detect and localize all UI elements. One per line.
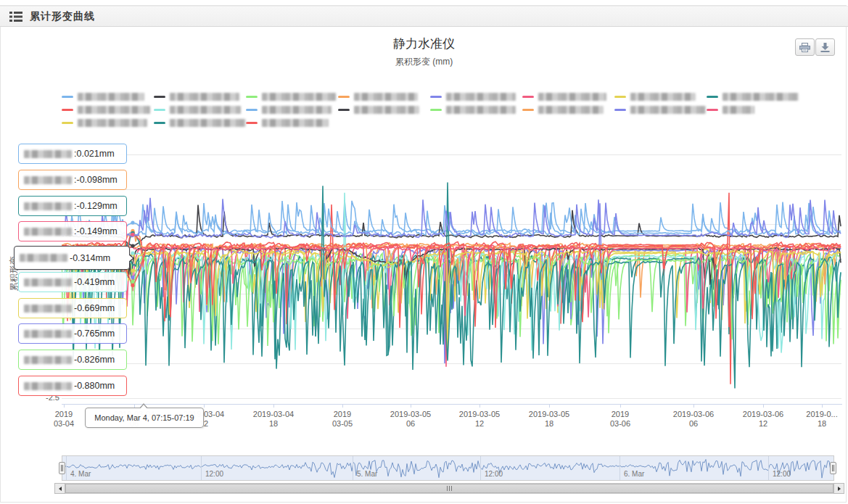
print-icon xyxy=(799,43,810,52)
scrollbar-thumb[interactable] xyxy=(65,484,833,493)
scrollbar-left-button[interactable] xyxy=(54,483,65,494)
legend-item[interactable] xyxy=(707,93,799,101)
legend-item[interactable] xyxy=(154,93,246,101)
header-bar: 累计形变曲线 xyxy=(0,6,848,27)
legend-series-dash-icon xyxy=(154,122,165,124)
series-name-censored xyxy=(24,305,72,313)
chart-title: 静力水准仪 xyxy=(0,36,848,52)
x-axis-tick xyxy=(549,404,550,408)
legend-item[interactable] xyxy=(62,106,154,114)
navigator-right-handle[interactable] xyxy=(830,462,836,474)
legend-series-label-censored xyxy=(170,93,239,101)
legend-series-label-censored xyxy=(354,106,419,114)
legend-series-dash-icon xyxy=(522,96,534,98)
legend-item[interactable] xyxy=(246,106,338,114)
navigator-axis-label: 4. Mar xyxy=(70,470,91,478)
legend-series-dash-icon xyxy=(707,96,718,98)
hover-point-marker xyxy=(131,220,134,224)
series-value: -0.669mm xyxy=(74,303,115,313)
legend-item[interactable] xyxy=(614,93,707,101)
x-axis-tick xyxy=(822,404,823,408)
series-name-censored xyxy=(24,228,72,236)
legend-item[interactable] xyxy=(430,93,522,101)
series-value: -0.314mm xyxy=(70,253,110,263)
navigator-gridline xyxy=(201,456,202,480)
series-tooltip: :-0.129mm xyxy=(18,196,127,216)
arrow-right-icon xyxy=(838,487,841,491)
legend-series-dash-icon xyxy=(338,109,350,111)
series-value: -0.765mm xyxy=(74,329,115,339)
navigator-axis-label: 5. Mar xyxy=(357,470,377,478)
legend-item[interactable] xyxy=(707,106,799,114)
legend-item[interactable] xyxy=(338,106,430,114)
print-chart-button[interactable] xyxy=(795,38,815,56)
legend-item[interactable] xyxy=(522,93,614,101)
legend-series-dash-icon xyxy=(246,96,258,98)
hover-point-marker xyxy=(131,284,134,287)
x-axis-tick xyxy=(342,404,343,408)
legend-series-label-censored xyxy=(78,119,147,127)
scrollbar-right-button[interactable] xyxy=(833,483,844,494)
navigator-gridline xyxy=(480,456,481,480)
series-tooltip: -0.669mm xyxy=(18,298,127,318)
navigator-series[interactable] xyxy=(62,455,834,481)
legend-row xyxy=(62,116,831,129)
navigator-series-line xyxy=(62,460,833,479)
legend-series-dash-icon xyxy=(62,122,73,124)
navigator-gridline xyxy=(353,456,353,480)
legend-item[interactable] xyxy=(154,119,246,127)
series-tooltip: -0.765mm xyxy=(18,323,127,344)
navigator-axis-label: 6. Mar xyxy=(624,470,644,478)
x-axis-tick xyxy=(693,404,694,408)
x-axis-label: 201903-05 xyxy=(310,410,375,429)
series-tooltip: -0.419mm xyxy=(18,272,127,292)
navigator-left-handle[interactable] xyxy=(59,462,65,474)
series-value: :0.021mm xyxy=(74,149,115,159)
main-plot-area[interactable] xyxy=(62,141,841,404)
legend-series-dash-icon xyxy=(62,109,73,111)
series-value: :-0.098mm xyxy=(74,175,118,185)
legend-series-dash-icon xyxy=(154,96,165,98)
legend-series-label-censored xyxy=(78,93,144,101)
series-name-censored xyxy=(24,278,72,286)
x-axis-tick xyxy=(479,404,480,408)
legend-item[interactable] xyxy=(338,93,430,101)
legend-series-label-censored xyxy=(170,106,241,114)
legend-item[interactable] xyxy=(154,106,246,114)
time-tooltip: Monday, Mar 4, 07:15-07:19 xyxy=(85,408,204,428)
legend-series-label-censored xyxy=(446,106,516,114)
legend-item[interactable] xyxy=(246,119,338,127)
series-value: -0.419mm xyxy=(74,277,115,287)
legend-item[interactable] xyxy=(246,93,338,101)
chart-subtitle: 累积形变 (mm) xyxy=(0,56,848,68)
x-axis-label: 201903-06 xyxy=(588,410,653,429)
series-name-censored xyxy=(24,382,72,390)
legend-series-dash-icon xyxy=(338,96,350,98)
legend-series-dash-icon xyxy=(430,109,442,111)
series-value: :-0.129mm xyxy=(74,201,118,211)
legend-item[interactable] xyxy=(614,106,707,114)
legend-item[interactable] xyxy=(430,106,522,114)
legend-item[interactable] xyxy=(522,106,614,114)
x-axis-line xyxy=(62,404,842,405)
series-tooltip: :-0.149mm xyxy=(18,221,127,241)
x-axis-label: 2019-03-0512 xyxy=(447,410,512,429)
legend-series-label-censored xyxy=(262,119,329,127)
legend-series-label-censored xyxy=(170,119,246,127)
series-name-censored xyxy=(24,356,72,364)
download-chart-button[interactable] xyxy=(815,38,835,56)
legend-item[interactable] xyxy=(62,93,154,101)
legend-item[interactable] xyxy=(62,119,154,127)
series-name-censored xyxy=(24,176,72,184)
series-tooltip: -0.880mm xyxy=(18,376,127,396)
legend-series-label-censored xyxy=(538,106,604,114)
legend-row xyxy=(62,90,831,103)
legend-series-dash-icon xyxy=(246,122,258,124)
series-tooltip: :0.021mm xyxy=(18,144,127,164)
series-value: -0.880mm xyxy=(74,381,115,391)
legend-series-dash-icon xyxy=(614,109,626,111)
legend-series-label-censored xyxy=(538,93,606,101)
series-tooltip: -0.826mm xyxy=(18,350,127,370)
legend-series-label-censored xyxy=(630,93,696,101)
series-name-censored xyxy=(20,254,67,262)
